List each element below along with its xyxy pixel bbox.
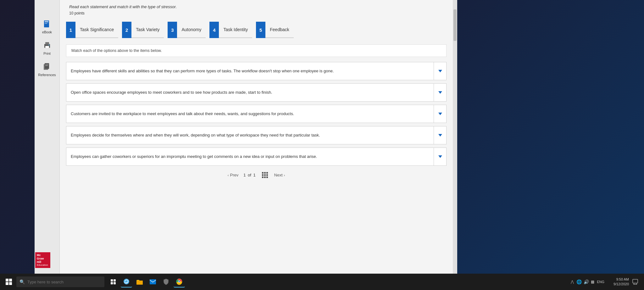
search-input[interactable] [27, 280, 90, 284]
svg-rect-15 [114, 282, 116, 284]
tab-label-5: Feedback [265, 22, 293, 38]
prev-button[interactable]: ‹ Prev [228, 173, 238, 177]
tab-task-identity[interactable]: 4 Task Identity [209, 22, 252, 38]
svg-rect-14 [111, 282, 113, 284]
chrome-icon[interactable] [174, 276, 185, 287]
search-icon: 🔍 [19, 279, 25, 284]
tab-label-1: Task Significance [75, 22, 118, 38]
edge-browser-icon[interactable] [121, 276, 132, 287]
prev-chevron-icon: ‹ [228, 173, 229, 177]
svg-point-22 [179, 281, 180, 282]
tab-number-5: 5 [256, 22, 265, 38]
answer-dropdown-2[interactable] [434, 84, 446, 101]
windows-icon [6, 279, 12, 285]
sidebar-references-label: References [38, 73, 56, 77]
next-chevron-icon: › [284, 173, 285, 177]
svg-rect-23 [633, 279, 638, 283]
sidebar-print-label: Print [43, 52, 51, 55]
page-info: 1 of 1 [243, 173, 256, 177]
file-explorer-icon[interactable] [134, 276, 145, 287]
svg-rect-5 [45, 42, 49, 45]
answer-text-5: Employees can gather coworkers or superi… [66, 148, 434, 165]
answer-text-4: Employees decide for themselves where an… [66, 126, 434, 144]
answer-dropdown-1[interactable] [434, 62, 446, 80]
svg-rect-11 [45, 65, 48, 66]
start-button[interactable] [3, 276, 15, 288]
sidebar: eBook Print References [35, 0, 60, 274]
answer-dropdown-4[interactable] [434, 126, 446, 144]
language-label: ENG [597, 280, 604, 284]
match-instruction: Match each of the options above to the i… [66, 44, 447, 57]
svg-point-7 [48, 45, 49, 46]
battery-icon[interactable]: ▩ [591, 280, 594, 284]
tab-label-4: Task Identity [219, 22, 252, 38]
taskbar: 🔍 [0, 274, 644, 290]
answer-row-1: Employees have different skills and abil… [66, 62, 447, 80]
notification-area-expand[interactable]: ⋀ [571, 280, 574, 284]
action-center-button[interactable] [631, 278, 639, 286]
next-button[interactable]: Next › [274, 173, 285, 177]
chevron-down-icon-2 [438, 91, 442, 94]
sidebar-item-ebook[interactable]: eBook [42, 19, 52, 34]
category-tabs: 1 Task Significance 2 Task Variety 3 Aut… [66, 22, 447, 38]
svg-rect-1 [45, 21, 48, 22]
answer-text-1: Employees have different skills and abil… [66, 62, 434, 80]
chevron-down-icon-3 [438, 113, 442, 115]
svg-rect-17 [136, 281, 143, 285]
tab-number-1: 1 [66, 22, 75, 38]
answer-text-3: Customers are invited to the workplace t… [66, 105, 434, 123]
copy-icon [42, 62, 52, 72]
svg-point-16 [124, 279, 129, 284]
tab-autonomy[interactable]: 3 Autonomy [168, 22, 206, 38]
tab-label-3: Autonomy [177, 22, 206, 38]
sidebar-item-print[interactable]: Print [42, 40, 52, 55]
tab-number-4: 4 [209, 22, 219, 38]
chevron-down-icon-4 [438, 134, 442, 137]
svg-rect-10 [45, 64, 48, 65]
answer-rows: Employees have different skills and abil… [66, 62, 447, 166]
pagination: ‹ Prev 1 of 1 Next › [66, 172, 447, 184]
chevron-down-icon-1 [438, 70, 442, 72]
sidebar-ebook-label: eBook [42, 30, 52, 34]
print-icon [42, 40, 52, 50]
scrollbar[interactable] [453, 0, 457, 274]
svg-rect-2 [45, 22, 48, 23]
answer-dropdown-5[interactable] [434, 148, 446, 165]
answer-row-2: Open office spaces encourage employees t… [66, 83, 447, 102]
tray-icons: 🌐 🔊 ▩ [576, 279, 594, 284]
svg-rect-6 [45, 46, 49, 48]
sidebar-item-references[interactable]: References [38, 62, 56, 77]
answer-row-4: Employees decide for themselves where an… [66, 126, 447, 144]
svg-rect-3 [45, 23, 47, 24]
system-tray: ⋀ 🌐 🔊 ▩ ENG 9:50 AM 9/12/2020 [571, 277, 641, 287]
tab-number-2: 2 [122, 22, 131, 38]
answer-row-5: Employees can gather coworkers or superi… [66, 148, 447, 166]
security-icon[interactable] [160, 276, 172, 287]
svg-rect-12 [111, 279, 113, 282]
clock-date: 9/12/2020 [607, 282, 629, 287]
tab-number-3: 3 [168, 22, 177, 38]
tab-task-significance[interactable]: 1 Task Significance [66, 22, 118, 38]
svg-rect-9 [45, 63, 49, 69]
clock-time: 9:50 AM [607, 277, 629, 282]
instruction-text: Read each statement and match it with th… [66, 4, 447, 9]
svg-rect-13 [114, 279, 116, 282]
points-label: 10 points [66, 11, 447, 15]
answer-text-2: Open office spaces encourage employees t… [66, 84, 434, 101]
svg-rect-18 [150, 279, 156, 284]
tab-task-variety[interactable]: 2 Task Variety [122, 22, 164, 38]
mail-icon[interactable] [147, 276, 158, 287]
clock[interactable]: 9:50 AM 9/12/2020 [607, 277, 629, 287]
network-icon[interactable]: 🌐 [576, 279, 582, 284]
tab-feedback[interactable]: 5 Feedback [256, 22, 293, 38]
answer-row-3: Customers are invited to the workplace t… [66, 105, 447, 123]
sound-icon[interactable]: 🔊 [584, 279, 589, 284]
answer-dropdown-3[interactable] [434, 105, 446, 123]
taskbar-search[interactable]: 🔍 [16, 276, 104, 287]
book-icon [42, 19, 52, 29]
mcgraw-hill-logo: Mc Graw Hill Education [35, 252, 50, 268]
page-content: Read each statement and match it with th… [60, 0, 453, 274]
grid-icon[interactable] [262, 172, 268, 178]
task-view-button[interactable] [108, 276, 119, 287]
taskbar-app-icons [108, 276, 185, 287]
